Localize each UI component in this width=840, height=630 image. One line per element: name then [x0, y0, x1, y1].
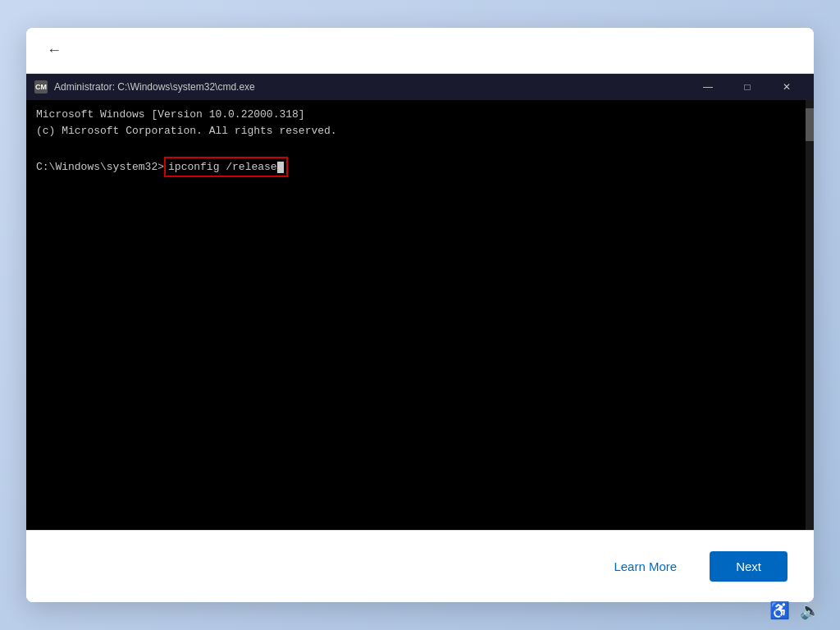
main-container: ← CM Administrator: C:\Windows\system32\… — [26, 28, 814, 602]
minimize-button[interactable]: — — [689, 74, 727, 100]
cmd-command-text: ipconfig /release — [168, 161, 277, 173]
cmd-prompt-gt: > — [158, 159, 164, 176]
cmd-scrollbar[interactable] — [806, 100, 814, 530]
cmd-app-icon: CM — [34, 80, 48, 94]
cmd-window-controls: — □ ✕ — [689, 74, 806, 100]
back-icon: ← — [47, 42, 62, 59]
cmd-body[interactable]: Microsoft Windows [Version 10.0.22000.31… — [26, 100, 814, 530]
maximize-button[interactable]: □ — [728, 74, 766, 100]
cmd-title: Administrator: C:\Windows\system32\cmd.e… — [54, 81, 689, 93]
nav-bar: ← — [26, 28, 814, 74]
cmd-titlebar: CM Administrator: C:\Windows\system32\cm… — [26, 74, 814, 100]
system-tray: ♿ 🔊 — [769, 600, 820, 620]
back-button[interactable]: ← — [39, 36, 69, 66]
cmd-line-2: (c) Microsoft Corporation. All rights re… — [36, 123, 804, 139]
cmd-scrollbar-thumb[interactable] — [806, 108, 814, 141]
accessibility-icon[interactable]: ♿ — [769, 600, 790, 620]
next-button[interactable]: Next — [710, 551, 788, 582]
close-button[interactable]: ✕ — [768, 74, 806, 100]
cmd-prompt: C:\Windows\system32 — [36, 159, 158, 176]
cmd-command-highlighted: ipconfig /release — [164, 157, 288, 178]
cmd-area: CM Administrator: C:\Windows\system32\cm… — [26, 74, 814, 530]
cmd-window: CM Administrator: C:\Windows\system32\cm… — [26, 74, 814, 530]
cmd-command-line: C:\Windows\system32 > ipconfig /release — [36, 157, 804, 178]
minimize-icon: — — [703, 81, 713, 93]
cmd-line-blank — [36, 139, 804, 155]
cmd-cursor — [277, 162, 284, 173]
sound-icon[interactable]: 🔊 — [800, 600, 820, 620]
bottom-bar: Learn More Next — [26, 530, 814, 602]
close-icon: ✕ — [783, 81, 791, 93]
learn-more-button[interactable]: Learn More — [594, 551, 696, 582]
cmd-line-1: Microsoft Windows [Version 10.0.22000.31… — [36, 107, 804, 123]
maximize-icon: □ — [744, 81, 750, 93]
